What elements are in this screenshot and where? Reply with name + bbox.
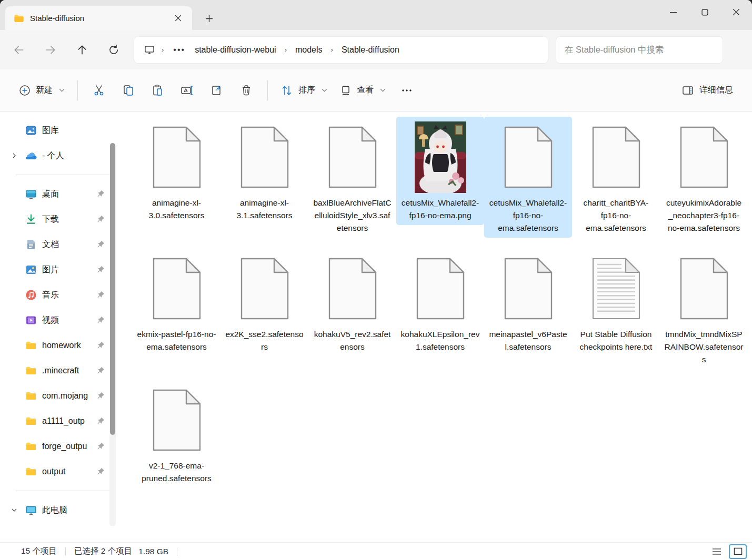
pin-icon (97, 240, 105, 249)
window-controls (657, 0, 752, 24)
file-tile[interactable]: animagine-xl-3.1.safetensors (220, 117, 308, 225)
sidebar-item--minecraft[interactable]: .minecraft (0, 358, 121, 383)
sidebar-item-此电脑[interactable]: 此电脑 (0, 497, 121, 523)
search-input[interactable] (565, 45, 714, 55)
sidebar-item-com-mojang[interactable]: com.mojang (0, 383, 121, 409)
file-name: cuteyukimixAdorable_neochapter3-fp16-no-… (665, 197, 744, 238)
share-icon[interactable] (202, 77, 232, 104)
file-tile[interactable]: ex2K_sse2.safetensors (220, 248, 308, 357)
new-tab-button[interactable] (199, 9, 218, 28)
address-bar[interactable]: › ••• stable-diffusion-webui › models › … (134, 36, 548, 64)
new-button[interactable]: 新建 (13, 80, 71, 101)
sidebar-scrollbar[interactable] (109, 143, 116, 526)
file-tile[interactable]: cuteyukimixAdorable_neochapter3-fp16-no-… (660, 117, 748, 238)
sidebar-item-label: forge_outpu (42, 442, 97, 451)
onedrive-icon (25, 150, 37, 161)
status-bar: 15 个项目 已选择 2 个项目 1.98 GB (0, 542, 752, 560)
breadcrumb-item-models[interactable]: models (291, 43, 327, 57)
desktop-icon (25, 188, 37, 200)
breadcrumb-chevron-icon: › (327, 46, 337, 54)
file-tile[interactable]: ekmix-pastel-fp16-no-ema.safetensors (133, 248, 220, 357)
view-button[interactable]: 查看 (334, 80, 392, 101)
up-icon[interactable] (71, 39, 94, 60)
explorer-tab[interactable]: Stable-diffusion (5, 6, 192, 30)
folder-icon (25, 340, 37, 351)
chevron-down-icon[interactable] (7, 507, 21, 513)
sidebar-item-label: 桌面 (42, 189, 97, 200)
file-tile[interactable]: v2-1_768-ema-pruned.safetensors (133, 380, 220, 488)
sidebar-item-文档[interactable]: 文档 (0, 232, 121, 257)
downloads-icon (25, 213, 37, 225)
chevron-right-icon[interactable] (7, 152, 21, 159)
music-icon (25, 289, 37, 301)
refresh-icon[interactable] (102, 39, 125, 60)
file-tile[interactable]: kohakuV5_rev2.safetensors (308, 248, 396, 357)
thumbnail-view-icon (734, 547, 743, 555)
paste-icon[interactable] (143, 77, 173, 104)
forward-icon[interactable] (39, 39, 62, 60)
maximize-button[interactable] (689, 0, 720, 24)
folder-icon (25, 441, 37, 452)
tab-bar: Stable-diffusion (0, 0, 752, 30)
file-tile[interactable]: charitt_charitBYA-fp16-no-ema.safetensor… (572, 117, 660, 238)
breadcrumb-item-webui[interactable]: stable-diffusion-webui (190, 43, 280, 57)
pin-icon (97, 392, 105, 400)
rename-icon[interactable] (173, 77, 202, 104)
sidebar-item-音乐[interactable]: 音乐 (0, 282, 121, 308)
scrollbar-thumb[interactable] (110, 143, 115, 435)
toolbar-separator (77, 80, 78, 100)
details-view-toggle[interactable] (708, 544, 726, 559)
file-tile[interactable]: Put Stable Diffusion checkpoints here.tx… (572, 248, 660, 357)
sort-button[interactable]: 排序 (274, 79, 334, 101)
pin-icon (97, 417, 105, 425)
breadcrumb-item-current[interactable]: Stable-diffusion (337, 43, 404, 57)
sidebar-item-图片[interactable]: 图片 (0, 257, 121, 282)
folder-icon (25, 415, 37, 427)
sidebar-item-视频[interactable]: 视频 (0, 308, 121, 333)
delete-icon[interactable] (232, 77, 261, 104)
this-pc-icon[interactable] (144, 44, 155, 56)
copy-icon[interactable] (114, 77, 143, 104)
sidebar-item--个人[interactable]: - 个人 (0, 143, 121, 168)
file-tile[interactable]: animagine-xl-3.0.safetensors (133, 117, 220, 225)
search-box[interactable] (556, 36, 723, 64)
file-tile[interactable]: cetusMix_Whalefall2-fp16-no-ema.png (396, 117, 484, 225)
large-icons-view-toggle[interactable] (729, 544, 747, 559)
file-icon (504, 119, 553, 196)
file-tile[interactable]: kohakuXLEpsilon_rev1.safetensors (396, 248, 484, 357)
sidebar-item-homework[interactable]: homework (0, 333, 121, 358)
file-icon (152, 119, 202, 196)
file-name: tmndMix_tmndMixSPRAINBOW.safetensors (665, 328, 744, 369)
breadcrumb-overflow-button[interactable]: ••• (168, 43, 190, 57)
sidebar-item-a1111_outp[interactable]: a1111_outp (0, 409, 121, 434)
close-button[interactable] (720, 0, 752, 24)
sidebar-item-label: 图片 (42, 264, 97, 276)
selection-size: 1.98 GB (138, 547, 168, 556)
pin-icon (97, 366, 105, 375)
sidebar-item-output[interactable]: output (0, 459, 121, 484)
sidebar-item-下载[interactable]: 下载 (0, 207, 121, 232)
cut-icon[interactable] (84, 77, 114, 104)
file-explorer-window: Stable-diffusion (0, 0, 752, 560)
videos-icon (25, 314, 37, 326)
file-tile[interactable]: tmndMix_tmndMixSPRAINBOW.safetensors (660, 248, 748, 369)
more-options-icon[interactable] (392, 77, 422, 104)
file-name: baxlBlueArchiveFlatCelluloidStyle_xlv3.s… (313, 197, 392, 238)
file-list-area: animagine-xl-3.0.safetensorsanimagine-xl… (121, 111, 752, 542)
chevron-down-icon (322, 87, 327, 93)
file-name: kohakuXLEpsilon_rev1.safetensors (401, 328, 480, 357)
minimize-button[interactable] (657, 0, 689, 24)
file-tile[interactable]: baxlBlueArchiveFlatCelluloidStyle_xlv3.s… (308, 117, 396, 238)
back-icon[interactable] (7, 39, 31, 60)
tab-close-icon[interactable] (170, 11, 186, 26)
sidebar-divider (16, 491, 113, 491)
file-tile[interactable]: cetusMix_Whalefall2-fp16-no-ema.safetens… (484, 117, 572, 238)
folder-icon (25, 390, 37, 402)
details-pane-button[interactable]: 详细信息 (675, 79, 739, 101)
pin-icon (97, 266, 105, 274)
sidebar-item-桌面[interactable]: 桌面 (0, 181, 121, 207)
sidebar-item-图库[interactable]: 图库 (0, 118, 121, 143)
file-tile[interactable]: meinapastel_v6Pastel.safetensors (484, 248, 572, 357)
file-icon (679, 250, 729, 327)
sidebar-item-forge_outpu[interactable]: forge_outpu (0, 434, 121, 459)
